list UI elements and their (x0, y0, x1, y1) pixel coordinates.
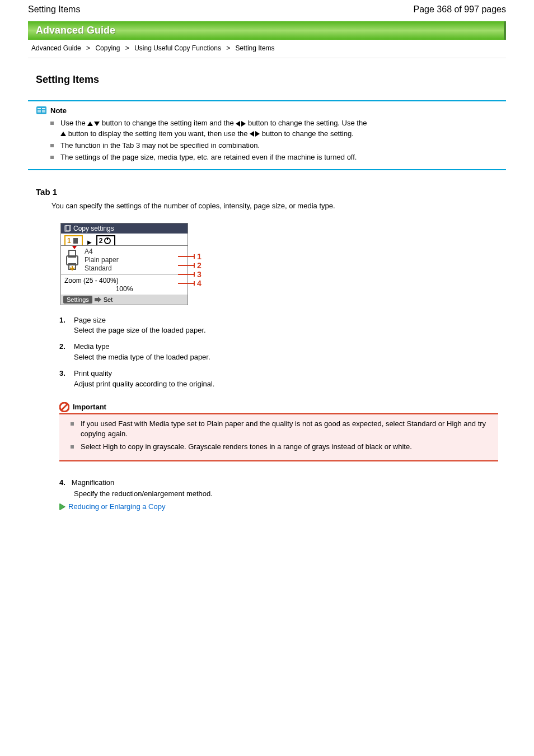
tab1-desc: You can specify the settings of the numb… (36, 201, 506, 211)
prohibit-icon (59, 402, 69, 412)
note-block: Note Use the button to change the settin… (28, 100, 506, 170)
left-right-icon (236, 121, 246, 127)
legend-num: 3. (59, 368, 69, 390)
left-right-icon (250, 131, 260, 137)
printer-icon (64, 248, 80, 272)
svg-rect-5 (42, 110, 45, 111)
up-down-icon (87, 122, 100, 126)
important-item: If you used Fast with Media type set to … (71, 419, 487, 440)
legend-label: Media type (74, 342, 210, 352)
svg-rect-1 (38, 108, 41, 109)
legend-desc: Select the page size of the loaded paper… (74, 325, 206, 336)
page-title-top: Setting Items (28, 4, 80, 15)
breadcrumb-item: Setting Items (232, 44, 278, 52)
note-item: Use the button to change the setting ite… (50, 118, 498, 139)
note-item: The settings of the page size, media typ… (50, 152, 498, 163)
legend-num: 4. (59, 477, 69, 488)
paper-size-value: A4 (85, 248, 119, 256)
reducing-enlarging-link[interactable]: Reducing or Enlarging a Copy (59, 502, 506, 511)
important-item: Select High to copy in grayscale. Graysc… (71, 442, 487, 452)
breadcrumb: Advanced Guide > Copying > Using Useful … (28, 44, 506, 58)
svg-marker-15 (95, 297, 101, 302)
svg-rect-4 (42, 108, 45, 109)
zoom-value: 100% (61, 285, 188, 295)
copy-tab-1: 1 (64, 235, 83, 245)
copy-tab-2: 2 (96, 235, 116, 245)
footer-set: Set (104, 296, 113, 303)
legend-desc: Adjust print quality according to the or… (74, 379, 214, 390)
zoom-label: Zoom (25 - 400%) (61, 274, 188, 285)
arrow-right-icon (59, 503, 65, 510)
important-box: If you used Fast with Media type set to … (59, 413, 498, 462)
tab1-heading: Tab 1 (36, 187, 506, 197)
arrow-right-icon (95, 297, 101, 302)
breadcrumb-item[interactable]: Copying (92, 44, 123, 52)
note-item: The function in the Tab 3 may not be spe… (50, 141, 498, 151)
copy-settings-title: Copy settings (73, 225, 114, 232)
note-label: Note (50, 106, 67, 115)
up-icon (60, 132, 66, 136)
svg-line-17 (61, 404, 68, 410)
important-label: Important (73, 403, 106, 411)
note-icon (36, 106, 47, 115)
legend-label: Page size (74, 315, 206, 326)
svg-rect-3 (38, 111, 41, 113)
section-title: Setting Items (28, 74, 506, 86)
footer-settings: Settings (63, 296, 92, 304)
banner-advanced-guide: Advanced Guide (28, 21, 506, 40)
copy-settings-screenshot: Copy settings 1 ▶ 2 (60, 223, 210, 305)
legend-label: Print quality (74, 368, 214, 379)
svg-rect-11 (107, 238, 108, 240)
page-counter: Page 368 of 997 pages (414, 4, 506, 15)
svg-rect-6 (42, 111, 45, 113)
legend-desc: Specify the reduction/enlargement method… (59, 488, 213, 500)
quality-value: Standard (85, 264, 119, 273)
legend-label: Magnification (72, 478, 115, 487)
legend-num: 1. (59, 315, 69, 337)
breadcrumb-item[interactable]: Using Useful Copy Functions (131, 44, 224, 52)
paper-type-value: Plain paper (85, 256, 119, 264)
svg-rect-9 (73, 238, 78, 244)
legend-num: 2. (59, 342, 69, 363)
breadcrumb-item[interactable]: Advanced Guide (28, 44, 85, 52)
legend-desc: Select the media type of the loaded pape… (74, 352, 210, 363)
svg-rect-2 (38, 110, 41, 111)
doc-icon (64, 225, 71, 232)
